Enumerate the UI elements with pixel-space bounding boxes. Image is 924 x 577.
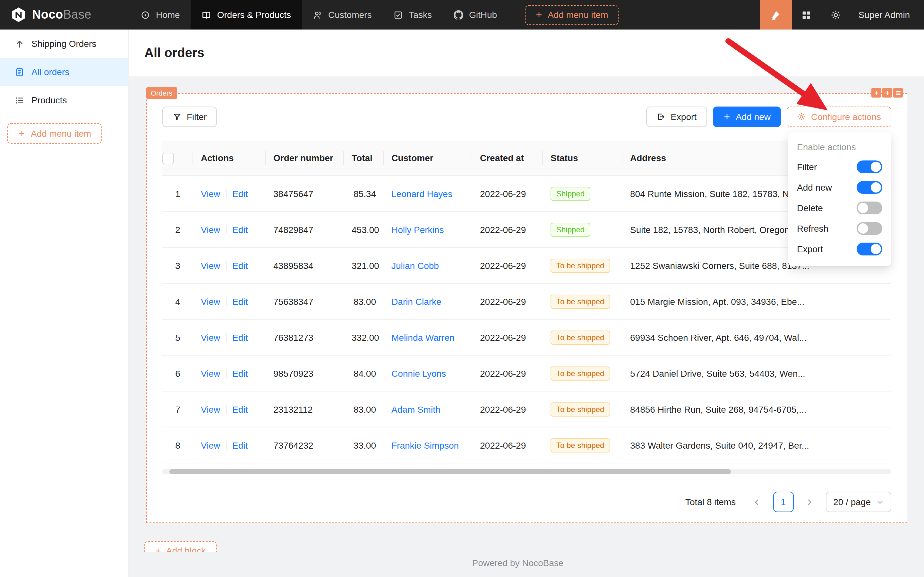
edit-link[interactable]: Edit	[232, 296, 248, 306]
export-toggle[interactable]	[856, 243, 882, 255]
app-window: NocoBase HomeOrders & ProductsCustomersT…	[0, 0, 924, 577]
export-button[interactable]: Export	[646, 106, 707, 127]
add-action-button[interactable]	[882, 88, 892, 98]
edit-link[interactable]: Edit	[232, 189, 248, 199]
order-number-cell: 76381273	[266, 319, 344, 355]
created-at-cell: 2022-06-29	[472, 319, 543, 355]
column-header-select	[163, 140, 193, 176]
edit-link[interactable]: Edit	[232, 224, 248, 235]
configure-actions-button[interactable]: Configure actions	[787, 106, 891, 127]
edit-link[interactable]: Edit	[232, 260, 248, 271]
plus-icon	[723, 113, 731, 121]
delete-toggle[interactable]	[856, 201, 882, 214]
column-header-created-at: Created at	[472, 140, 543, 176]
enable-action-item-filter[interactable]: Filter	[797, 156, 882, 177]
page-size-value: 20 / page	[833, 497, 871, 507]
sidebar-item-products[interactable]: Products	[0, 86, 128, 114]
refresh-toggle[interactable]	[856, 222, 882, 235]
status-cell: To be shipped	[543, 284, 622, 319]
add-new-toggle[interactable]	[856, 181, 882, 194]
user-menu[interactable]: Super Admin	[851, 0, 924, 29]
view-link[interactable]: View	[201, 332, 220, 342]
view-link[interactable]: View	[201, 224, 220, 235]
enable-action-item-export[interactable]: Export	[797, 239, 882, 259]
pagination-prev-button[interactable]	[747, 492, 767, 512]
table-row: 6ViewEdit9857092384.00Connie Lyons2022-0…	[163, 355, 891, 391]
enable-action-item-delete[interactable]: Delete	[797, 198, 882, 218]
nav-item-customers[interactable]: Customers	[302, 0, 382, 29]
pagination-page-1[interactable]: 1	[773, 492, 794, 512]
settings-gear-button[interactable]	[821, 0, 851, 29]
customer-link[interactable]: Julian Cobb	[391, 260, 439, 271]
ui-editor-button[interactable]	[760, 0, 792, 29]
created-at-cell: 2022-06-29	[472, 427, 543, 463]
nocobase-logo[interactable]: NocoBase	[0, 0, 130, 29]
chevron-right-icon	[805, 498, 814, 506]
nav-item-tasks[interactable]: Tasks	[382, 0, 443, 29]
edit-link[interactable]: Edit	[232, 440, 248, 450]
add-column-button[interactable]	[871, 88, 881, 98]
chevron-left-icon	[753, 498, 761, 506]
created-at-cell: 2022-06-29	[472, 247, 543, 284]
nocobase-logo-icon	[10, 6, 27, 23]
customer-link[interactable]: Holly Perkins	[391, 224, 444, 235]
sidebar-item-shipping-orders[interactable]: Shipping Orders	[0, 29, 128, 58]
filter-icon	[172, 112, 182, 121]
view-link[interactable]: View	[201, 296, 220, 306]
sidebar-menu: Shipping OrdersAll ordersProducts	[0, 29, 128, 114]
enable-action-item-refresh[interactable]: Refresh	[797, 218, 882, 239]
view-link[interactable]: View	[201, 404, 220, 414]
edit-link[interactable]: Edit	[232, 368, 248, 378]
nav-item-home[interactable]: Home	[130, 0, 191, 29]
filter-toggle[interactable]	[856, 160, 882, 173]
sidebar-add-menu-item-button[interactable]: Add menu item	[7, 123, 102, 144]
add-block-button[interactable]: Add block	[144, 541, 217, 552]
customer-link[interactable]: Leonard Hayes	[391, 189, 452, 199]
enable-action-item-add-new[interactable]: Add new	[797, 177, 882, 198]
status-badge: To be shipped	[551, 259, 610, 273]
nav-item-orders-products[interactable]: Orders & Products	[191, 0, 302, 29]
view-link[interactable]: View	[201, 260, 220, 271]
add-block-label: Add block	[166, 546, 206, 552]
sidebar-item-all-orders[interactable]: All orders	[0, 58, 128, 86]
horizontal-scrollbar-thumb[interactable]	[170, 469, 731, 474]
customer-link[interactable]: Adam Smith	[391, 404, 441, 414]
customer-link[interactable]: Connie Lyons	[391, 368, 446, 378]
total-cell: 453.00	[344, 211, 384, 247]
customer-link[interactable]: Darin Clarke	[391, 296, 441, 306]
view-link[interactable]: View	[201, 440, 220, 450]
created-at-cell: 2022-06-29	[472, 211, 543, 247]
check-square-icon	[393, 10, 403, 19]
plugin-grid-button[interactable]	[792, 0, 821, 29]
customer-cell: Darin Clarke	[384, 284, 472, 319]
nav-item-github[interactable]: GitHub	[443, 0, 508, 29]
nav-add-menu-item-button[interactable]: Add menu item	[525, 5, 618, 25]
edit-link[interactable]: Edit	[232, 404, 248, 414]
edit-link[interactable]: Edit	[232, 332, 248, 342]
created-at-cell: 2022-06-29	[472, 391, 543, 427]
table-row: 4ViewEdit7563834783.00Darin Clarke2022-0…	[163, 284, 891, 319]
customer-link[interactable]: Melinda Warren	[391, 332, 455, 342]
table-toolbar: Filter Export Add new Configure actions	[163, 106, 891, 127]
sidebar-item-label: All orders	[31, 67, 69, 77]
enable-actions-list: FilterAdd newDeleteRefreshExport	[797, 156, 882, 259]
block-menu-button[interactable]	[893, 88, 903, 98]
customer-link[interactable]: Frankie Simpson	[391, 440, 459, 450]
order-number-cell: 73764232	[266, 427, 344, 463]
view-link[interactable]: View	[201, 368, 220, 378]
add-new-button[interactable]: Add new	[713, 106, 781, 127]
view-link[interactable]: View	[201, 189, 220, 199]
order-number-cell: 23132112	[266, 391, 344, 427]
page-size-select[interactable]: 20 / page	[826, 492, 891, 512]
file-icon	[15, 67, 24, 77]
home-icon	[140, 10, 150, 19]
customer-cell: Connie Lyons	[384, 355, 472, 391]
address-cell: 84856 Hirthe Run, Suite 268, 94754-6705,…	[622, 391, 891, 427]
gear-icon	[797, 112, 806, 121]
status-cell: To be shipped	[543, 391, 622, 427]
configure-actions-button-label: Configure actions	[811, 112, 881, 122]
select-all-checkbox[interactable]	[163, 153, 174, 164]
filter-button[interactable]: Filter	[163, 106, 217, 127]
pagination-next-button[interactable]	[799, 492, 820, 512]
action-divider	[226, 225, 227, 234]
